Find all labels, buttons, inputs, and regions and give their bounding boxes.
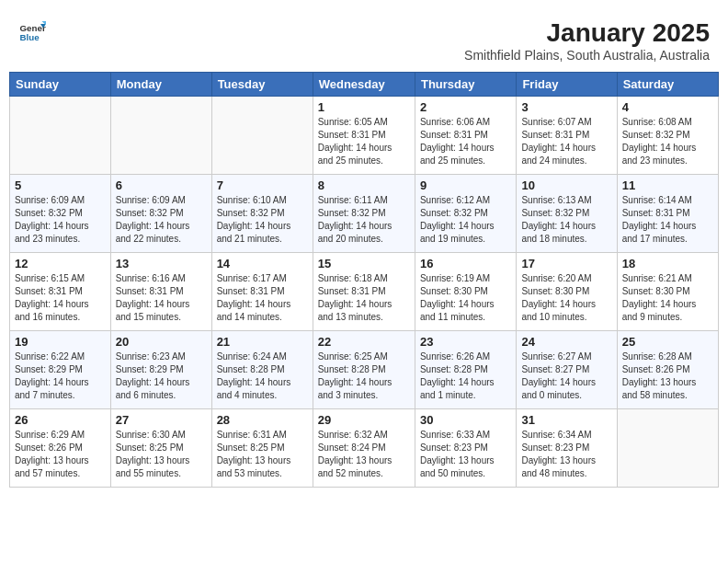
day-info-line: Sunset: 8:30 PM [521,285,611,298]
day-info-line: Daylight: 14 hours [15,376,106,389]
calendar-cell-w2-d4: 8Sunrise: 6:11 AMSunset: 8:32 PMDaylight… [313,175,415,253]
day-info-line: Sunrise: 6:20 AM [521,272,611,285]
day-info-line: Sunset: 8:32 PM [318,207,410,220]
day-info-line: Daylight: 14 hours [217,298,308,311]
calendar-cell-w3-d1: 12Sunrise: 6:15 AMSunset: 8:31 PMDayligh… [10,253,111,331]
day-info-line: Daylight: 14 hours [116,376,207,389]
col-sunday: Sunday [10,73,111,97]
day-info-line: Daylight: 14 hours [622,142,713,155]
day-info-line: Sunset: 8:30 PM [622,285,713,298]
day-info-line: Sunrise: 6:19 AM [420,272,511,285]
day-info-line: and 58 minutes. [622,389,713,402]
day-info-line: Sunset: 8:30 PM [420,285,511,298]
day-info-line: Sunrise: 6:14 AM [622,194,713,207]
day-number: 8 [318,178,410,192]
day-number: 12 [15,257,106,270]
day-info-line: Sunrise: 6:17 AM [217,272,308,285]
day-number: 4 [622,100,713,114]
calendar-cell-w4-d3: 21Sunrise: 6:24 AMSunset: 8:28 PMDayligh… [211,331,313,409]
calendar-subtitle: Smithfield Plains, South Australia, Aust… [464,48,710,63]
day-info-line: Sunrise: 6:27 AM [521,350,611,363]
week-row-3: 12Sunrise: 6:15 AMSunset: 8:31 PMDayligh… [10,253,719,331]
day-info-line: Daylight: 14 hours [521,220,611,233]
day-info-line: Daylight: 14 hours [521,142,611,155]
calendar-cell-w5-d4: 29Sunrise: 6:32 AMSunset: 8:24 PMDayligh… [313,409,415,488]
day-info-line: Sunset: 8:31 PM [521,129,611,142]
day-info-line: Daylight: 14 hours [521,298,611,311]
day-info-line: Sunset: 8:25 PM [217,442,308,454]
day-info-line: and 22 minutes. [116,233,207,246]
day-info-line: Sunset: 8:28 PM [318,363,410,376]
day-info-line: Daylight: 14 hours [420,298,511,311]
day-info-line: Sunset: 8:28 PM [217,363,308,376]
calendar-cell-w2-d3: 7Sunrise: 6:10 AMSunset: 8:32 PMDaylight… [211,175,313,253]
logo: General Blue [18,18,46,46]
day-number: 13 [116,257,207,270]
day-info-line: and 48 minutes. [521,467,611,480]
calendar-cell-w2-d1: 5Sunrise: 6:09 AMSunset: 8:32 PMDaylight… [10,175,111,253]
calendar-cell-w2-d2: 6Sunrise: 6:09 AMSunset: 8:32 PMDaylight… [110,175,211,253]
svg-text:Blue: Blue [20,32,40,42]
day-info-line: Sunrise: 6:24 AM [217,350,308,363]
calendar-cell-w3-d3: 14Sunrise: 6:17 AMSunset: 8:31 PMDayligh… [211,253,313,331]
day-info-line: and 25 minutes. [318,155,410,167]
day-info-line: Daylight: 14 hours [217,376,308,389]
day-number: 31 [521,413,611,427]
day-number: 14 [217,257,308,270]
calendar-cell-w1-d5: 2Sunrise: 6:06 AMSunset: 8:31 PMDaylight… [415,97,516,175]
day-info-line: Sunrise: 6:11 AM [318,194,410,207]
day-number: 21 [217,335,308,349]
day-info-line: and 25 minutes. [420,155,511,167]
title-block: January 2025 Smithfield Plains, South Au… [464,18,710,63]
day-info-line: Daylight: 13 hours [622,376,713,389]
day-info-line: Daylight: 14 hours [15,298,106,311]
calendar-cell-w1-d6: 3Sunrise: 6:07 AMSunset: 8:31 PMDaylight… [517,97,617,175]
calendar-cell-w3-d6: 17Sunrise: 6:20 AMSunset: 8:30 PMDayligh… [517,253,617,331]
day-info-line: Daylight: 14 hours [420,220,511,233]
day-info-line: and 10 minutes. [521,311,611,324]
day-info-line: Sunset: 8:28 PM [420,363,511,376]
day-info-line: Daylight: 13 hours [15,454,106,467]
calendar-cell-w3-d4: 15Sunrise: 6:18 AMSunset: 8:31 PMDayligh… [313,253,415,331]
day-number: 28 [217,413,308,427]
day-info-line: Daylight: 13 hours [318,454,410,467]
day-info-line: Sunrise: 6:09 AM [15,194,106,207]
day-info-line: Daylight: 14 hours [420,142,511,155]
day-number: 3 [521,100,611,114]
col-friday: Friday [517,73,617,97]
day-info-line: and 53 minutes. [217,467,308,480]
calendar-cell-w1-d2 [110,97,211,175]
day-info-line: and 50 minutes. [420,467,511,480]
col-tuesday: Tuesday [211,73,313,97]
day-number: 11 [622,178,713,192]
calendar-cell-w5-d5: 30Sunrise: 6:33 AMSunset: 8:23 PMDayligh… [415,409,516,488]
day-info-line: Sunset: 8:32 PM [521,207,611,220]
col-monday: Monday [110,73,211,97]
day-info-line: Sunset: 8:31 PM [420,129,511,142]
day-info-line: Sunrise: 6:06 AM [420,116,511,129]
calendar-cell-w3-d5: 16Sunrise: 6:19 AMSunset: 8:30 PMDayligh… [415,253,516,331]
day-info-line: and 4 minutes. [217,389,308,402]
day-info-line: Sunset: 8:29 PM [116,363,207,376]
day-number: 15 [318,257,410,270]
day-number: 10 [521,178,611,192]
calendar-cell-w1-d3 [211,97,313,175]
day-info-line: Sunset: 8:32 PM [116,207,207,220]
day-info-line: and 55 minutes. [116,467,207,480]
day-info-line: Daylight: 14 hours [622,298,713,311]
calendar-table: Sunday Monday Tuesday Wednesday Thursday… [9,72,719,488]
day-info-line: Sunset: 8:32 PM [420,207,511,220]
day-info-line: and 15 minutes. [116,311,207,324]
day-info-line: Sunset: 8:25 PM [116,442,207,454]
day-info-line: and 57 minutes. [15,467,106,480]
page-header: General Blue January 2025 Smithfield Pla… [9,9,719,67]
day-info-line: Daylight: 13 hours [521,454,611,467]
day-info-line: and 14 minutes. [217,311,308,324]
day-info-line: Sunrise: 6:15 AM [15,272,106,285]
calendar-cell-w4-d5: 23Sunrise: 6:26 AMSunset: 8:28 PMDayligh… [415,331,516,409]
calendar-cell-w2-d5: 9Sunrise: 6:12 AMSunset: 8:32 PMDaylight… [415,175,516,253]
day-info-line: and 20 minutes. [318,233,410,246]
calendar-cell-w5-d2: 27Sunrise: 6:30 AMSunset: 8:25 PMDayligh… [110,409,211,488]
day-info-line: Sunrise: 6:18 AM [318,272,410,285]
calendar-cell-w1-d1 [10,97,111,175]
